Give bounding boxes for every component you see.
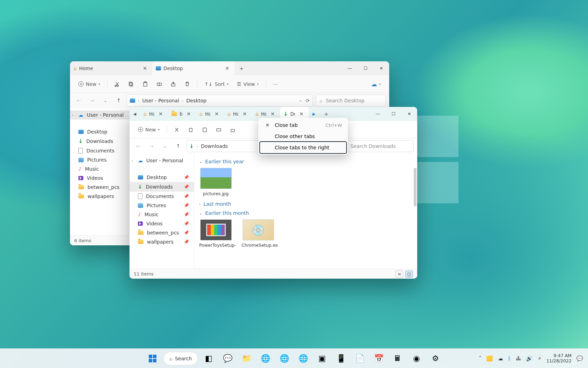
sidebar-item-music[interactable]: ♪Music	[70, 164, 129, 173]
minimize-button[interactable]: ―	[342, 61, 358, 75]
pin-icon[interactable]: 📌	[184, 203, 189, 208]
task-view-button[interactable]: ◧	[201, 351, 217, 366]
app-edge-canary[interactable]: 🌐	[295, 351, 311, 366]
tab-home[interactable]: ⌂ Home ✕	[70, 61, 152, 75]
pin-icon[interactable]: 📌	[184, 175, 189, 180]
app-edge-beta[interactable]: 🌐	[276, 351, 292, 366]
icons-view-button[interactable]: ◫	[405, 271, 413, 278]
pin-icon[interactable]: 📌	[184, 230, 189, 235]
pin-icon[interactable]: 📌	[184, 221, 189, 226]
share-button[interactable]	[226, 125, 239, 135]
battery-icon[interactable]: ⚡	[538, 355, 541, 362]
menu-close-other-tabs[interactable]: Close other tabs	[260, 131, 346, 142]
sidebar-item-documents[interactable]: Documents	[70, 146, 129, 155]
sidebar-item-betweenpcs[interactable]: between_pcs	[70, 183, 129, 192]
file-chromesetup[interactable]: 💿 ChromeSetup.ex	[241, 219, 275, 248]
close-button[interactable]: ✕	[373, 61, 389, 75]
app-edge[interactable]: 🌐	[257, 351, 273, 366]
app-notepad[interactable]: 📄	[352, 351, 368, 366]
sidebar-item-videos[interactable]: Videos	[70, 173, 129, 183]
tab-between[interactable]: betw✕	[168, 107, 196, 121]
clock[interactable]: 9:47 AM 11/28/2022	[546, 353, 572, 363]
sidebar-item-desktop[interactable]: Desktop	[70, 127, 129, 136]
menu-close-tab[interactable]: ✕ Close tab Ctrl+W	[260, 120, 346, 131]
start-button[interactable]	[145, 351, 161, 366]
crumb-desktop[interactable]: Desktop	[186, 98, 206, 103]
up-button[interactable]: ↑	[173, 141, 183, 151]
tab-close-icon[interactable]: ✕	[185, 110, 192, 118]
new-button[interactable]: +New▾	[134, 125, 163, 135]
bluetooth-icon[interactable]: ᛒ	[508, 355, 511, 362]
pin-icon[interactable]: 📌	[184, 184, 189, 189]
pin-icon[interactable]: 📌	[184, 212, 189, 217]
sidebar-item-videos[interactable]: Videos📌	[130, 219, 194, 228]
rename-button[interactable]	[212, 125, 225, 135]
maximize-button[interactable]: ☐	[386, 107, 401, 121]
recent-button[interactable]: ⌄	[160, 141, 170, 151]
chevron-down-icon[interactable]: ⌄	[299, 98, 302, 103]
tray-app-icon[interactable]: 🟨	[486, 355, 493, 362]
maximize-button[interactable]: ☐	[358, 61, 373, 75]
search-box[interactable]: ⌕ Search Desktop	[316, 95, 386, 107]
menu-close-tabs-right[interactable]: Close tabs to the right	[260, 142, 346, 153]
crumb-personal[interactable]: User - Personal	[142, 98, 179, 103]
recent-button[interactable]: ⌄	[100, 95, 111, 106]
close-button[interactable]: ✕	[401, 107, 417, 121]
back-button[interactable]: ←	[74, 95, 84, 106]
chevron-right-icon[interactable]: ›	[132, 159, 133, 163]
refresh-icon[interactable]: ⟳	[306, 98, 310, 103]
tab-close-icon[interactable]: ✕	[298, 110, 305, 118]
back-button[interactable]: ←	[133, 141, 144, 151]
tab-close-icon[interactable]: ✕	[269, 110, 276, 118]
app-settings[interactable]: ⚙	[427, 351, 443, 366]
tab-close-icon[interactable]: ✕	[241, 110, 248, 118]
cut-button[interactable]	[111, 79, 124, 89]
app-terminal[interactable]: ▣	[314, 351, 330, 366]
more-button[interactable]: ⋯	[270, 79, 281, 89]
sidebar-item-music[interactable]: ♪Music📌	[130, 210, 194, 219]
sidebar-item-downloads[interactable]: ↓Downloads	[70, 136, 129, 146]
onedrive-button[interactable]: ☁▾	[368, 79, 384, 90]
sidebar-personal[interactable]: ›☁User - Personal	[130, 156, 194, 165]
notifications-icon[interactable]: 💬	[576, 355, 583, 362]
sidebar-item-pictures[interactable]: Pictures📌	[130, 201, 194, 210]
tab-home-3[interactable]: ⌂Hom✕	[224, 107, 252, 121]
app-explorer[interactable]: 📁	[238, 351, 254, 366]
sidebar-item-pictures[interactable]: Pictures	[70, 155, 129, 164]
sidebar-item-downloads[interactable]: ↓Downloads📌	[130, 182, 194, 192]
app-calculator[interactable]: 🖩	[390, 351, 406, 366]
group-earlier-month[interactable]: ⌄Earlier this month	[199, 210, 412, 216]
crumb-downloads[interactable]: Downloads	[201, 143, 228, 149]
group-last-month[interactable]: ›Last month	[199, 201, 412, 207]
share-button[interactable]	[167, 79, 180, 89]
sidebar-item-wallpapers[interactable]: wallpapers📌	[130, 237, 194, 246]
app-calendar[interactable]: 📅	[371, 351, 387, 366]
tab-close-icon[interactable]: ✕	[213, 110, 220, 118]
tab-close-icon[interactable]: ✕	[157, 110, 164, 118]
tab-desktop[interactable]: Desktop ✕	[152, 61, 234, 75]
tab-home-1[interactable]: ⌂Hom✕	[140, 107, 168, 121]
sidebar-item-desktop[interactable]: Desktop📌	[130, 173, 194, 182]
network-icon[interactable]: 🖧	[516, 355, 521, 362]
sidebar-item-betweenpcs[interactable]: between_pcs📌	[130, 228, 194, 237]
copy-button[interactable]	[184, 125, 197, 135]
pin-icon[interactable]: 📌	[184, 194, 189, 199]
view-button[interactable]: ☰ View▾	[233, 79, 262, 89]
tab-close-icon[interactable]: ✕	[141, 64, 149, 72]
sort-button[interactable]: ↑↓ Sort▾	[201, 79, 232, 89]
tray-overflow[interactable]: ˄	[479, 355, 482, 362]
search-box[interactable]: ⌕ Search Downloads	[340, 140, 414, 152]
tab-scroll-left[interactable]: ◀	[130, 107, 140, 121]
details-view-button[interactable]: ≡	[396, 271, 403, 278]
sidebar-personal[interactable]: ›☁User - Personal	[70, 110, 129, 120]
delete-button[interactable]	[181, 79, 194, 89]
tab-close-icon[interactable]: ✕	[223, 64, 231, 72]
new-tab-button[interactable]: ＋	[234, 61, 248, 75]
file-pictures-jpg[interactable]: pictures.jpg	[199, 168, 232, 196]
sidebar-item-documents[interactable]: Documents📌	[130, 192, 194, 201]
app-icon-2[interactable]: ◉	[408, 351, 425, 366]
scrollbar[interactable]	[414, 168, 416, 206]
up-button[interactable]: ↑	[113, 95, 124, 106]
sidebar-item-wallpapers[interactable]: wallpapers	[70, 192, 129, 201]
app-chat[interactable]: 💬	[219, 351, 236, 366]
